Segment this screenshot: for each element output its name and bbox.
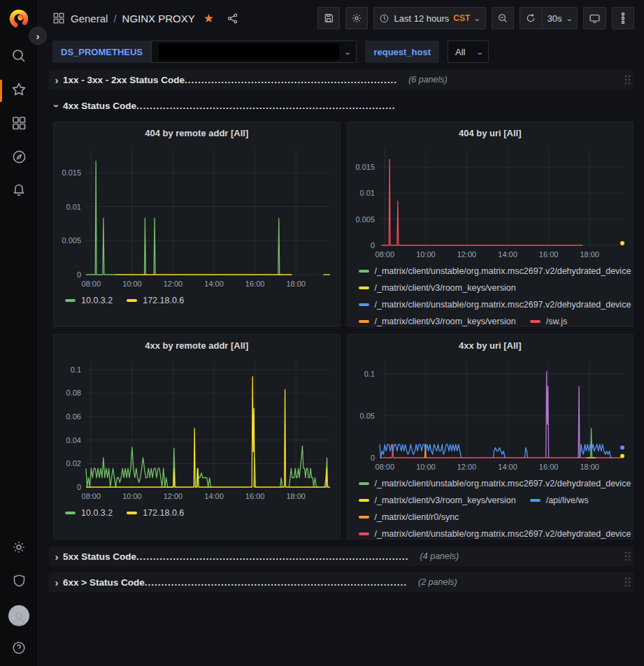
refresh-button[interactable]	[520, 7, 542, 29]
panel-title[interactable]: 404 by remote addr [All]	[54, 125, 340, 142]
sidebar-item-alerting[interactable]	[5, 178, 33, 205]
legend-item[interactable]: 10.0.3.2	[65, 292, 113, 309]
zoom-out-button[interactable]	[492, 7, 514, 29]
legend-label: /_matrix/client/r0/sync	[375, 509, 459, 526]
sidebar-item-server-admin[interactable]	[5, 568, 33, 596]
legend-label: 172.18.0.6	[143, 505, 184, 521]
redacted-value	[159, 43, 339, 60]
legend-item[interactable]: 172.18.0.6	[127, 292, 184, 309]
breadcrumb-folder[interactable]: General	[71, 13, 108, 24]
svg-text:16:00: 16:00	[245, 280, 265, 288]
legend-item[interactable]: /api/live/ws	[530, 492, 589, 509]
row-1xx-3xx-2xx[interactable]: › 1xx - 3xx - 2xx Status Code ..........…	[49, 70, 634, 89]
svg-text:0.005: 0.005	[355, 215, 375, 224]
sidebar-item-help[interactable]	[5, 635, 33, 663]
request-host-select[interactable]: All ⌄	[448, 41, 489, 63]
favorite-star-icon[interactable]: ★	[203, 11, 214, 26]
timezone-label: CST	[453, 13, 470, 23]
variable-ds-prometheus: DS_PROMETHEUS ⌄	[52, 41, 357, 63]
legend-swatch	[359, 303, 369, 306]
time-range-picker[interactable]: Last 12 hours CST ⌄	[373, 7, 485, 29]
svg-text:10:00: 10:00	[122, 280, 142, 288]
row-drag-handle[interactable]	[624, 74, 631, 85]
refresh-interval-label: 30s	[548, 13, 562, 24]
series-line	[280, 478, 282, 488]
sidebar-item-profile[interactable]	[5, 602, 33, 630]
series-line	[145, 218, 146, 275]
panel-title[interactable]: 404 by uri [All]	[348, 125, 634, 142]
refresh-interval-picker[interactable]: 30s ⌄	[542, 7, 578, 29]
row-6xx[interactable]: › 6xx > Status Code ....................…	[49, 572, 634, 592]
series-line	[590, 428, 592, 458]
svg-text:12:00: 12:00	[164, 280, 183, 288]
dashboard-title[interactable]: NGINX PROXY	[122, 13, 195, 24]
save-dashboard-button[interactable]	[317, 7, 340, 29]
chart-4xx-by-remote-addr[interactable]: 00.020.040.060.080.108:0010:0012:0014:00…	[54, 354, 340, 502]
chart-404-by-uri[interactable]: 00.0050.010.01508:0010:0012:0014:0016:00…	[348, 142, 634, 261]
legend-item[interactable]: /_matrix/client/v3/room_keys/version	[359, 492, 516, 509]
legend-item[interactable]: 172.18.0.6	[127, 505, 184, 521]
sidebar-item-search[interactable]	[5, 43, 33, 71]
svg-text:0: 0	[370, 454, 374, 462]
chevron-down-icon: ⌄	[565, 15, 573, 22]
chevron-down-icon: ⌄	[475, 48, 484, 56]
svg-text:18:00: 18:00	[286, 492, 306, 500]
chart-legend: /_matrix/client/unstable/org.matrix.msc2…	[348, 473, 634, 539]
legend-item[interactable]: /_matrix/client/unstable/org.matrix.msc2…	[359, 263, 631, 280]
row-title: 6xx > Status Code	[63, 577, 145, 588]
legend-item[interactable]: /_matrix/client/v3/room_keys/version	[359, 313, 516, 326]
tv-mode-button[interactable]	[583, 7, 606, 29]
legend-item[interactable]: /_matrix/client/unstable/org.matrix.msc2…	[359, 475, 631, 492]
share-icon[interactable]	[227, 13, 238, 24]
legend-item[interactable]: /_matrix/client/r0/sync	[359, 509, 459, 526]
legend-item[interactable]: 10.0.3.2	[65, 505, 113, 521]
panel-4xx-by-remote-addr: 4xx by remote addr [All] 00.020.040.060.…	[53, 334, 341, 540]
panel-title[interactable]: 4xx by remote addr [All]	[54, 338, 340, 354]
legend-item[interactable]: /_matrix/client/v3/room_keys/version	[359, 280, 516, 296]
sidebar-expand-button[interactable]: ›	[29, 27, 47, 45]
chart-404-by-remote-addr[interactable]: 00.0050.010.01508:0010:0012:0014:0016:00…	[54, 142, 340, 290]
help-icon	[11, 640, 27, 658]
legend-swatch	[65, 299, 76, 302]
sidebar-item-explore[interactable]	[5, 144, 33, 172]
sidebar-item-configuration[interactable]	[5, 535, 33, 563]
legend-swatch	[65, 512, 76, 514]
series-point	[620, 241, 624, 245]
row-4xx[interactable]: › 4xx Status Code ......................…	[49, 96, 634, 115]
svg-text:08:00: 08:00	[82, 492, 101, 500]
chevron-right-icon: ›	[50, 74, 63, 86]
svg-text:0.01: 0.01	[66, 203, 81, 211]
svg-text:16:00: 16:00	[245, 492, 265, 500]
legend-label: 10.0.3.2	[81, 292, 113, 309]
row-drag-handle[interactable]	[624, 577, 631, 588]
legend-item[interactable]: /_matrix/client/unstable/org.matrix.msc2…	[359, 296, 631, 313]
svg-text:08:00: 08:00	[375, 250, 394, 259]
grafana-app: ›	[0, 0, 644, 666]
dashboard-settings-button[interactable]	[345, 7, 368, 29]
compass-icon	[11, 149, 27, 168]
grafana-logo-icon[interactable]	[7, 7, 31, 31]
breadcrumb: General / NGINX PROXY ★	[52, 11, 238, 26]
chart-4xx-by-uri[interactable]: 00.050.108:0010:0012:0014:0016:0018:00	[348, 354, 634, 473]
legend-item[interactable]: /_matrix/client/unstable/org.matrix.msc2…	[359, 526, 631, 539]
dashboard-apps-icon[interactable]	[52, 12, 65, 24]
legend-label: 172.18.0.6	[143, 292, 184, 309]
legend-swatch	[359, 287, 369, 289]
chevron-right-icon: ›	[50, 577, 63, 588]
row-title: 5xx Status Code	[63, 551, 136, 562]
sidebar-item-dashboards[interactable]	[5, 110, 33, 138]
svg-text:0.1: 0.1	[364, 370, 374, 378]
datasource-select[interactable]: ⌄	[151, 41, 357, 63]
panel-grid: 404 by remote addr [All] 00.0050.010.015…	[53, 122, 634, 540]
more-options-kebab-button[interactable]	[612, 7, 634, 29]
panel-title[interactable]: 4xx by uri [All]	[348, 338, 634, 354]
series-line	[381, 159, 582, 245]
legend-swatch	[127, 299, 137, 302]
variable-label: DS_PROMETHEUS	[52, 41, 151, 63]
svg-text:14:00: 14:00	[204, 280, 224, 288]
sidebar-item-starred[interactable]	[5, 77, 33, 105]
legend-item[interactable]: /sw.js	[530, 313, 568, 326]
row-drag-handle[interactable]	[624, 551, 631, 562]
row-5xx[interactable]: › 5xx Status Code ......................…	[49, 546, 634, 566]
legend-swatch	[530, 320, 541, 323]
